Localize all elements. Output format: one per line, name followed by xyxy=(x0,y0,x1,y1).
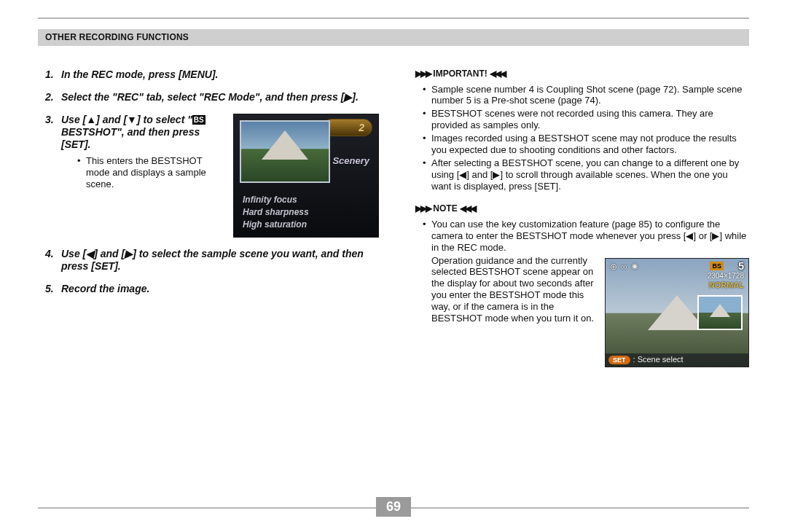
right-column: ▶▶▶ IMPORTANT! ◀◀◀ Sample scene number 4… xyxy=(401,69,749,488)
content-columns: 1. In the REC mode, press [MENU]. 2. Sel… xyxy=(45,69,749,488)
step-text: Select the "REC" tab, select "REC Mode",… xyxy=(61,91,379,103)
left-column: 1. In the REC mode, press [MENU]. 2. Sel… xyxy=(45,69,401,488)
step3-post: BESTSHOT", and then press [SET]. xyxy=(61,126,200,150)
important-item: Images recorded using a BESTSHOT scene m… xyxy=(423,133,749,156)
note-list: You can use the key customization featur… xyxy=(415,219,749,254)
step-1: 1. In the REC mode, press [MENU]. xyxy=(45,69,379,81)
important-item: BESTSHOT scenes were not recorded using … xyxy=(423,108,749,131)
step3-wrap: Use [▲] and [▼] to select "BS BESTSHOT",… xyxy=(61,114,379,238)
camera-preview-scenery: 2 Scenery Infinity focus Hard sharpness … xyxy=(233,114,379,238)
step-list: 1. In the REC mode, press [MENU]. 2. Sel… xyxy=(45,69,379,295)
decor-right-icon: ▶▶▶ xyxy=(415,69,431,79)
step-5: 5. Record the image. xyxy=(45,283,379,295)
bs-icon: BS xyxy=(192,115,205,125)
overlay-text: : Scene select xyxy=(633,355,684,364)
step-body: Use [▲] and [▼] to select "BS BESTSHOT",… xyxy=(61,114,379,238)
decor-left-icon: ◀◀◀ xyxy=(460,203,475,214)
important-heading: ▶▶▶ IMPORTANT! ◀◀◀ xyxy=(415,69,749,79)
step3-inner: This enters the BESTSHOT mode and displa… xyxy=(61,155,226,190)
important-item: After selecting a BESTSHOT scene, you ca… xyxy=(423,157,749,192)
step-number: 2. xyxy=(45,91,61,103)
set-chip: SET xyxy=(608,356,630,364)
note-with-image: Operation guidance and the currently sel… xyxy=(415,255,749,367)
scene-prop: High saturation xyxy=(241,219,371,231)
quality-label: NORMAL xyxy=(709,281,744,290)
note-item: You can use the key customization featur… xyxy=(423,219,749,254)
scene-label: Scenery xyxy=(332,155,369,167)
note-label: NOTE xyxy=(433,203,457,214)
note-paragraph: Operation guidance and the currently sel… xyxy=(431,255,605,324)
shot-count: 5 xyxy=(738,260,744,273)
step-2: 2. Select the "REC" tab, select "REC Mod… xyxy=(45,91,379,103)
step-text: Use [◀] and [▶] to select the sample sce… xyxy=(61,248,379,273)
step-4: 4. Use [◀] and [▶] to select the sample … xyxy=(45,248,379,273)
important-item: Sample scene number 4 is Coupling Shot s… xyxy=(423,84,749,107)
status-icons: ⊕ ∞ ✺ xyxy=(610,262,638,273)
infinity-icon: ∞ xyxy=(621,262,627,273)
note-heading: ▶▶▶ NOTE ◀◀◀ xyxy=(415,203,749,214)
overlay-bar: SET : Scene select xyxy=(606,353,748,367)
page-number: 69 xyxy=(376,497,411,517)
scene-number-badge: 2 xyxy=(323,119,372,136)
top-rule xyxy=(38,17,749,19)
scene-prop: Infinity focus xyxy=(241,194,371,206)
step3-bullet: This enters the BESTSHOT mode and displa… xyxy=(77,155,226,190)
scene-thumbnail xyxy=(240,120,330,183)
step3-bullets: This enters the BESTSHOT mode and displa… xyxy=(61,155,226,190)
manual-page: OTHER RECORDING FUNCTIONS 1. In the REC … xyxy=(0,0,787,532)
scene-prop: Hard sharpness xyxy=(241,206,371,219)
globe-icon: ⊕ xyxy=(610,262,617,273)
decor-left-icon: ◀◀◀ xyxy=(490,69,505,79)
scene-thumb xyxy=(697,295,743,330)
wb-icon: ✺ xyxy=(631,262,638,273)
step-3: 3. Use [▲] and [▼] to select "BS BESTSHO… xyxy=(45,114,379,238)
step3-text: Use [▲] and [▼] to select "BS BESTSHOT",… xyxy=(61,114,233,192)
section-header: OTHER RECORDING FUNCTIONS xyxy=(38,29,749,46)
step-text: Record the image. xyxy=(61,283,379,295)
decor-right-icon: ▶▶▶ xyxy=(415,203,431,214)
bs-chip: BS xyxy=(710,262,724,270)
scene-props: Infinity focus Hard sharpness High satur… xyxy=(241,194,371,231)
important-list: Sample scene number 4 is Coupling Shot s… xyxy=(415,84,749,192)
resolution-label: 2304×1728 xyxy=(708,272,744,281)
step3-pre: Use [▲] and [▼] to select " xyxy=(61,114,192,125)
step-number: 5. xyxy=(45,283,61,295)
step-number: 3. xyxy=(45,114,61,238)
step-number: 1. xyxy=(45,69,61,81)
mountain-shape xyxy=(262,130,308,160)
camera-preview-rec: ⊕ ∞ ✺ BS 5 2304×1728 NORMAL SET : Scene … xyxy=(605,258,749,367)
step-text: In the REC mode, press [MENU]. xyxy=(61,69,379,81)
important-label: IMPORTANT! xyxy=(433,69,487,79)
step-number: 4. xyxy=(45,248,61,273)
